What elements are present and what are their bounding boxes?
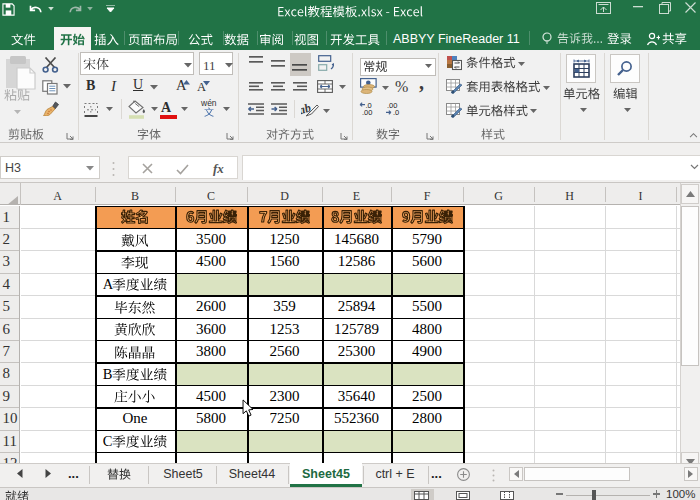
svg-text:.00: .00 — [362, 108, 372, 115]
svg-text:.0: .0 — [393, 108, 399, 115]
